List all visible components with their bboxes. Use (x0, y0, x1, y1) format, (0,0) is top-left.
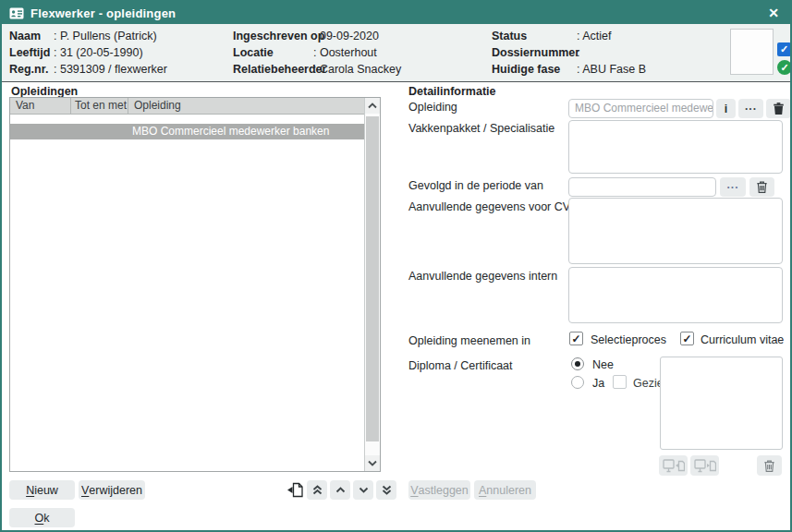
leeftijd-label: Leeftijd (9, 44, 50, 61)
opleiding-browse-icon[interactable]: ... (738, 99, 763, 118)
selectieproces-label: Selectieproces (591, 333, 666, 346)
annuleren-button[interactable]: Annuleren (474, 480, 536, 500)
gevolgd-field-label: Gevolgd in de periode van (408, 179, 543, 192)
vakkenpakket-textarea[interactable] (568, 120, 783, 174)
gezien-checkbox[interactable] (613, 375, 627, 389)
status-label: Status (492, 28, 527, 44)
cv-field-label: Aanvullende gegevens voor CV (408, 200, 570, 213)
curriculum-vitae-label: Curriculum vitae (701, 333, 784, 346)
status-value: : Actief (577, 28, 612, 44)
locatie-value: : Oosterhout (313, 44, 377, 61)
selectieproces-checkbox[interactable]: ✓ (569, 332, 583, 345)
leeftijd-value: : 31 (20-05-1990) (54, 44, 143, 61)
table-row-selected[interactable]: MBO Commercieel medewerker banken (10, 124, 365, 139)
regnr-value: : 5391309 / flexwerker (54, 61, 167, 78)
diploma-ja-radio[interactable] (571, 376, 584, 389)
scroll-up-icon[interactable] (365, 98, 380, 114)
relatiebeheerder-value: : Carola Snackey (313, 61, 401, 78)
opleiding-field-label: Opleiding (408, 101, 457, 114)
title-bar: Flexwerker - opleidingen ✕ (2, 2, 790, 24)
document-import-icon[interactable] (659, 455, 688, 476)
close-icon[interactable]: ✕ (764, 4, 783, 22)
column-header-opleiding[interactable]: Opleiding (128, 98, 365, 115)
dossiernummer-value: : (577, 44, 579, 61)
vakkenpakket-field-label: Vakkenpakket / Specialisatie (408, 122, 554, 135)
column-header-van[interactable]: Van (10, 98, 71, 115)
check-icon: ✓ (780, 43, 788, 55)
regnr-label: Reg.nr. (9, 61, 48, 78)
diploma-nee-label: Nee (592, 358, 614, 371)
vastleggen-button[interactable]: Vastleggen (408, 480, 470, 500)
huidige-fase-label: Huidige fase (492, 61, 560, 78)
scroll-down-icon[interactable] (365, 455, 380, 471)
diploma-field-label: Diploma / Certificaat (408, 359, 513, 372)
table-header: Van Tot en met Opleiding (10, 98, 365, 115)
document-export-icon[interactable] (690, 455, 719, 476)
periode-browse-icon[interactable]: ... (720, 177, 746, 197)
flexwerker-opleidingen-window: Flexwerker - opleidingen ✕ Naam : P. Pul… (0, 0, 792, 532)
badge-card-icon (9, 7, 24, 19)
status-ok-icon: ✓ (777, 60, 792, 75)
move-up-icon[interactable] (330, 480, 350, 500)
intern-textarea[interactable] (568, 267, 783, 323)
ingeschreven-value: : 09-09-2020 (313, 28, 379, 44)
scrollbar-thumb[interactable] (366, 116, 379, 441)
window-title: Flexwerker - opleidingen (30, 6, 176, 20)
nieuw-button[interactable]: Nieuw (9, 480, 75, 500)
person-info-header: Naam : P. Pullens (Patrick) Leeftijd : 3… (2, 24, 790, 82)
move-top-icon[interactable] (307, 480, 327, 500)
naam-value: : P. Pullens (Patrick) (54, 28, 157, 44)
opleidingen-section-title: Opleidingen (11, 85, 78, 98)
move-bottom-icon[interactable] (376, 480, 396, 500)
photo-placeholder (730, 29, 774, 75)
document-delete-icon[interactable] (757, 455, 782, 476)
dossiernummer-label: Dossiernummer (492, 44, 579, 61)
check-icon: ✓ (780, 62, 788, 74)
curriculum-vitae-checkbox[interactable]: ✓ (680, 332, 694, 345)
locatie-label: Locatie (233, 44, 274, 61)
diploma-nee-radio[interactable] (571, 357, 584, 370)
intern-field-label: Aanvullende gegevens intern (408, 270, 557, 283)
meenemen-field-label: Opleiding meenemen in (408, 334, 530, 347)
table-scrollbar[interactable] (364, 98, 380, 471)
opleiding-input[interactable]: MBO Commercieel medewerker banken (568, 99, 713, 118)
gevolgd-periode-input[interactable] (568, 177, 716, 197)
detailinformatie-section-title: Detailinformatie (408, 85, 495, 98)
periode-delete-icon[interactable] (749, 177, 774, 197)
diploma-ja-label: Ja (592, 377, 604, 390)
info-icon[interactable]: i (716, 99, 736, 118)
opleiding-delete-icon[interactable] (766, 99, 791, 118)
naam-label: Naam (9, 28, 41, 44)
opleidingen-table: Van Tot en met Opleiding MBO Commercieel… (9, 97, 381, 472)
move-down-icon[interactable] (353, 480, 373, 500)
copy-to-document-icon[interactable] (285, 479, 305, 500)
diploma-documents-list[interactable] (660, 357, 783, 450)
header-blue-checkbox[interactable]: ✓ (777, 42, 791, 56)
verwijderen-button[interactable]: Verwijderen (79, 480, 145, 500)
row-opleiding-cell: MBO Commercieel medewerker banken (132, 124, 329, 139)
cv-textarea[interactable] (568, 198, 783, 264)
column-header-tot-en-met[interactable]: Tot en met (71, 98, 128, 115)
huidige-fase-value: : ABU Fase B (577, 61, 646, 78)
ingeschreven-label: Ingeschreven op (233, 28, 324, 44)
ok-button[interactable]: Ok (9, 508, 75, 527)
